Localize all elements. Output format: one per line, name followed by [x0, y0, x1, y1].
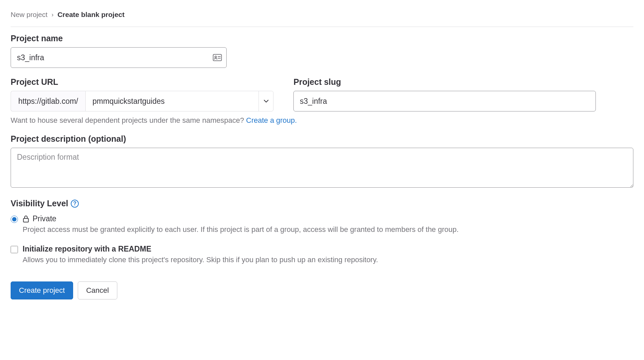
project-slug-input[interactable]	[293, 91, 596, 111]
create-group-link[interactable]: Create a group.	[246, 116, 297, 124]
svg-rect-0	[213, 55, 222, 61]
svg-rect-4	[24, 218, 29, 222]
breadcrumb-divider	[11, 27, 633, 27]
readme-title: Initialize repository with a README	[23, 245, 378, 254]
project-name-group: Project name	[11, 34, 633, 68]
visibility-option-title: Private	[33, 214, 56, 223]
breadcrumb: New project › Create blank project	[11, 11, 633, 19]
project-name-label: Project name	[11, 34, 633, 43]
namespace-help-prefix: Want to house several dependent projects…	[11, 116, 246, 124]
cancel-button[interactable]: Cancel	[78, 281, 117, 299]
visibility-private-radio[interactable]	[11, 216, 18, 223]
breadcrumb-current: Create blank project	[57, 11, 125, 19]
visibility-label: Visibility Level	[11, 199, 68, 208]
create-project-button[interactable]: Create project	[11, 281, 73, 299]
svg-point-1	[215, 56, 217, 58]
description-label: Project description (optional)	[11, 134, 633, 144]
project-url-prefix: https://gitlab.com/	[11, 91, 85, 111]
readme-desc: Allows you to immediately clone this pro…	[23, 256, 378, 264]
readme-checkbox-group: Initialize repository with a README Allo…	[11, 245, 633, 264]
project-url-group: Project URL https://gitlab.com/ pmmquick…	[11, 77, 273, 111]
breadcrumb-separator: ›	[52, 11, 54, 18]
chevron-down-icon	[259, 91, 273, 111]
project-url-label: Project URL	[11, 77, 273, 87]
form-actions: Create project Cancel	[11, 281, 633, 299]
project-slug-label: Project slug	[293, 77, 596, 87]
id-card-icon	[213, 54, 222, 61]
namespace-value: pmmquickstartguides	[86, 97, 259, 106]
help-icon[interactable]: ?	[71, 200, 79, 208]
url-slug-row: Project URL https://gitlab.com/ pmmquick…	[11, 77, 633, 125]
description-textarea[interactable]	[11, 148, 633, 188]
project-name-input[interactable]	[11, 47, 227, 68]
namespace-select[interactable]: pmmquickstartguides	[85, 91, 273, 111]
namespace-help-text: Want to house several dependent projects…	[11, 116, 633, 125]
visibility-group: Visibility Level ? Private Project acces…	[11, 199, 633, 264]
breadcrumb-parent-link[interactable]: New project	[11, 11, 48, 19]
project-slug-group: Project slug	[293, 77, 596, 111]
description-group: Project description (optional)	[11, 134, 633, 189]
lock-icon	[23, 215, 29, 223]
readme-checkbox[interactable]	[11, 246, 18, 253]
visibility-option-desc: Project access must be granted explicitl…	[23, 225, 633, 234]
